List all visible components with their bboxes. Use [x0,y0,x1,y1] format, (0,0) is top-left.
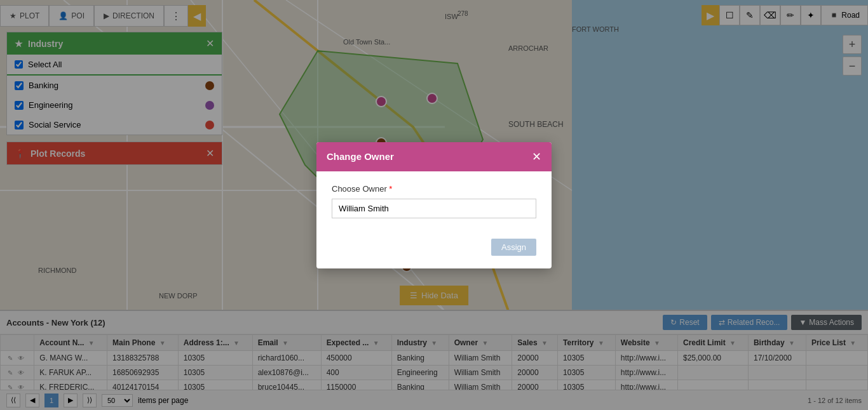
modal-required-marker: * [389,184,392,194]
modal-owner-input[interactable] [332,199,536,218]
modal-close-button[interactable]: ✕ [532,150,541,164]
modal-body: Choose Owner * [316,171,552,231]
modal-footer: Assign [316,231,552,268]
assign-button[interactable]: Assign [491,239,536,256]
modal-overlay: Change Owner ✕ Choose Owner * Assign [0,0,868,410]
change-owner-modal: Change Owner ✕ Choose Owner * Assign [316,142,552,268]
modal-header: Change Owner ✕ [316,142,552,171]
modal-field-label: Choose Owner * [332,184,536,194]
modal-title: Change Owner [327,151,394,162]
